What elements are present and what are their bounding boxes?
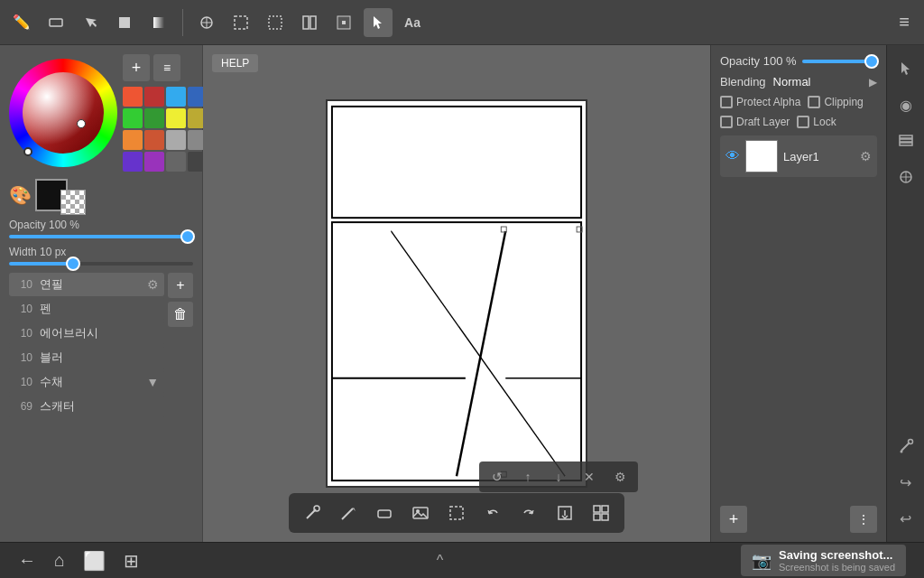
- more-layers-button[interactable]: ⋮: [850, 506, 877, 533]
- left-panel: + ≡: [0, 45, 203, 542]
- palette-cell-lavender[interactable]: [144, 152, 164, 172]
- selection-bottom-icon[interactable]: [440, 497, 473, 529]
- palette-cell-purple[interactable]: [123, 152, 143, 172]
- eraser-icon[interactable]: [42, 8, 70, 37]
- brush-item-pencil[interactable]: 10 연필 ⚙: [9, 273, 164, 296]
- brush-item-blur[interactable]: 10 블러: [9, 346, 164, 369]
- opacity-right-thumb[interactable]: [864, 54, 879, 69]
- far-right-undo-icon[interactable]: ↩: [890, 502, 922, 535]
- palette-cell-darkgray[interactable]: [166, 152, 186, 172]
- layer-settings-icon[interactable]: ⚙: [860, 149, 872, 163]
- rotate-cw-icon[interactable]: [513, 497, 545, 529]
- palette-cell-yellow[interactable]: [166, 108, 186, 128]
- layer-visibility-icon[interactable]: 👁: [725, 148, 740, 164]
- adjustment-icon[interactable]: [329, 8, 358, 37]
- bottom-up-arrow[interactable]: ^: [437, 553, 444, 569]
- palette-cell-green[interactable]: [123, 108, 143, 128]
- cursor-icon[interactable]: [364, 8, 393, 37]
- export-bottom-icon[interactable]: [549, 497, 581, 529]
- brush-item-pen[interactable]: 10 펜: [9, 297, 164, 321]
- brush-settings-icon[interactable]: ⚙: [147, 277, 159, 292]
- help-badge[interactable]: HELP: [212, 54, 258, 72]
- delete-brush-button[interactable]: 🗑: [168, 302, 193, 327]
- transform-icon[interactable]: [226, 8, 255, 37]
- draft-layer-box[interactable]: [720, 116, 733, 128]
- float-settings-icon[interactable]: ⚙: [607, 464, 633, 489]
- svg-rect-6: [235, 16, 247, 29]
- palette-toggle-icon[interactable]: 🎨: [9, 184, 32, 206]
- color-add-button[interactable]: +: [123, 54, 150, 81]
- fill-icon[interactable]: [110, 8, 139, 37]
- color-right-top: + ≡: [123, 54, 208, 81]
- back-icon[interactable]: ←: [18, 550, 36, 571]
- palette-cell-blue[interactable]: [166, 87, 186, 107]
- far-right-layers-icon[interactable]: [890, 125, 922, 157]
- eraser-bottom-icon[interactable]: [368, 497, 401, 529]
- color-picker-icon[interactable]: [192, 8, 221, 37]
- far-right-colorwheel-icon[interactable]: ◉: [890, 89, 922, 121]
- layer-name[interactable]: Layer1: [783, 150, 855, 163]
- blending-value[interactable]: Normal: [773, 75, 862, 89]
- clipping-box[interactable]: [808, 96, 820, 108]
- protect-alpha-checkbox[interactable]: Protect Alpha: [720, 96, 800, 108]
- stamp-icon[interactable]: [295, 8, 324, 37]
- checkbox-row-2: Draft Layer Lock: [720, 116, 877, 128]
- brush-item-scatter[interactable]: 69 스캐터: [9, 395, 164, 418]
- lasso-icon[interactable]: [261, 8, 290, 37]
- keyboard-icon[interactable]: ⊞: [124, 550, 139, 572]
- palette-cell-orange[interactable]: [123, 130, 143, 150]
- svg-rect-25: [378, 510, 391, 517]
- width-thumb[interactable]: [66, 256, 80, 271]
- opacity-right-track[interactable]: [802, 60, 877, 63]
- lock-checkbox[interactable]: Lock: [797, 116, 836, 128]
- draft-layer-checkbox[interactable]: Draft Layer: [720, 116, 790, 128]
- menu-icon[interactable]: ≡: [892, 5, 917, 40]
- brush-expand-icon[interactable]: ▼: [146, 375, 159, 389]
- palette-cell-red[interactable]: [123, 87, 143, 107]
- far-right-cursor-icon[interactable]: [890, 52, 922, 85]
- svg-rect-0: [50, 19, 62, 26]
- pencil-tool-icon[interactable]: ✏️: [7, 8, 36, 37]
- grid-bottom-icon[interactable]: [585, 497, 617, 529]
- canvas-area[interactable]: HELP: [203, 45, 710, 542]
- opacity-track[interactable]: [9, 235, 193, 238]
- eyedropper-tool-icon[interactable]: [296, 497, 328, 529]
- clipping-checkbox[interactable]: Clipping: [808, 96, 863, 108]
- far-right-transform-icon[interactable]: [890, 161, 922, 193]
- select-icon[interactable]: [76, 8, 105, 37]
- float-up-icon[interactable]: ↑: [515, 464, 541, 489]
- lock-box[interactable]: [797, 116, 809, 128]
- home-icon[interactable]: ⌂: [54, 550, 65, 571]
- float-refresh-icon[interactable]: ↺: [485, 464, 510, 489]
- pencil-bottom-icon[interactable]: [332, 497, 365, 529]
- color-wheel[interactable]: [9, 59, 117, 167]
- protect-alpha-box[interactable]: [720, 96, 733, 108]
- float-close-icon[interactable]: ✕: [577, 464, 602, 489]
- background-swatch[interactable]: [60, 190, 86, 215]
- opacity-thumb[interactable]: [180, 229, 195, 244]
- palette-cell-lightgray[interactable]: [166, 130, 186, 150]
- width-track[interactable]: [9, 262, 193, 266]
- palette-cell-darkgreen[interactable]: [144, 108, 164, 128]
- color-wheel-inner[interactable]: [23, 72, 104, 154]
- gradient-icon[interactable]: [144, 8, 173, 37]
- far-right-redo-icon[interactable]: ↪: [890, 466, 922, 499]
- add-brush-button[interactable]: +: [168, 273, 193, 298]
- color-wheel-dot[interactable]: [77, 119, 86, 128]
- brush-item-airbrush[interactable]: 10 에어브러시: [9, 322, 164, 345]
- text-icon[interactable]: Aa: [398, 8, 427, 37]
- far-right-dropper-icon[interactable]: [890, 430, 922, 462]
- image-bottom-icon[interactable]: [404, 497, 437, 529]
- color-wheel-outer-dot[interactable]: [23, 147, 32, 156]
- color-menu-button[interactable]: ≡: [153, 54, 180, 81]
- brush-item-watercolor[interactable]: 10 수채 ▼: [9, 370, 164, 394]
- blending-arrow-icon[interactable]: ▶: [869, 76, 877, 89]
- float-down-icon[interactable]: ↓: [546, 464, 571, 489]
- palette-cell-darkred[interactable]: [144, 87, 164, 107]
- add-layer-button[interactable]: +: [720, 506, 747, 533]
- canvas-frame[interactable]: [326, 99, 587, 488]
- palette-cell-darkorange[interactable]: [144, 130, 164, 150]
- recents-icon[interactable]: ⬜: [83, 550, 106, 572]
- color-wheel-ring[interactable]: [9, 59, 117, 167]
- rotate-ccw-icon[interactable]: [476, 497, 509, 529]
